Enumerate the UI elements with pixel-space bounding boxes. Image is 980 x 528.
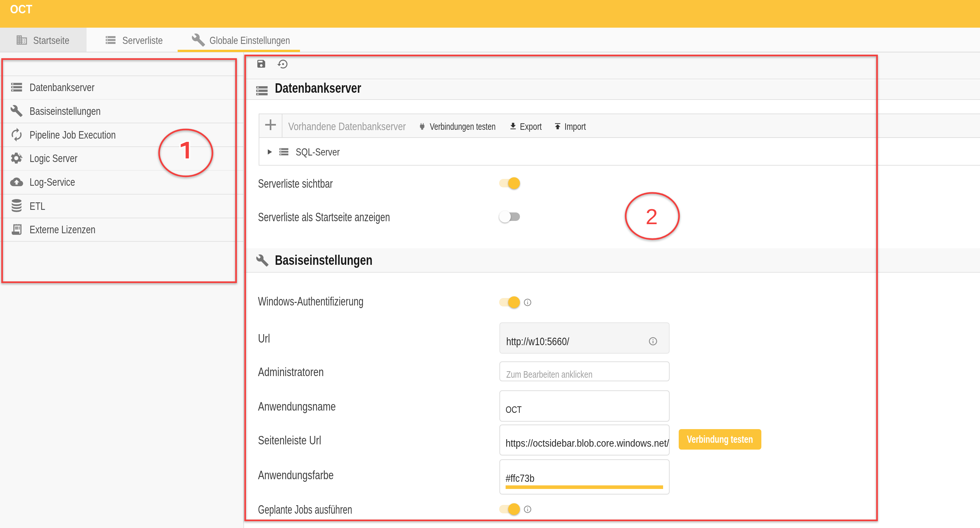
svg-text:2: 2 <box>646 204 657 229</box>
